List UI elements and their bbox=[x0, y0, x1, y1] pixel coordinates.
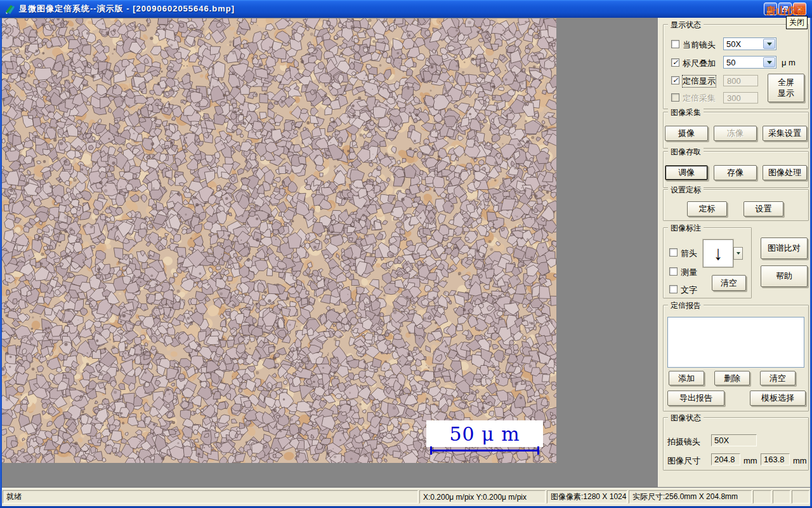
checkmark: ✓ bbox=[672, 77, 678, 84]
scale-bar-label: 50 μ m bbox=[449, 423, 520, 445]
scale-bar-line bbox=[430, 446, 539, 455]
label-height-unit: mm bbox=[793, 456, 807, 465]
template-select-button[interactable]: 模板选择 bbox=[750, 391, 806, 406]
group-storage-legend: 图像存取 bbox=[668, 147, 704, 157]
arrow-style-dropdown-button[interactable] bbox=[733, 247, 743, 260]
scale-bar-label-box: 50 μ m bbox=[426, 420, 543, 447]
report-delete-button[interactable]: 删除 bbox=[714, 371, 750, 385]
minimize-button[interactable] bbox=[764, 3, 777, 15]
checkbox-measure[interactable] bbox=[669, 267, 678, 276]
group-image-status: 图像状态 拍摄镜头 50X 图像尺寸 204.8 mm 163.8 mm bbox=[663, 417, 809, 471]
chevron-down-icon[interactable] bbox=[763, 39, 775, 49]
chevron-down-icon bbox=[737, 252, 740, 255]
label-fixed-display: 定倍显示 bbox=[683, 76, 716, 87]
load-image-button[interactable]: 调像 bbox=[665, 165, 708, 180]
minimize-icon bbox=[767, 11, 772, 13]
fullscreen-button[interactable]: 全屏 显示 bbox=[768, 74, 804, 102]
micrograph-viewport[interactable]: 50 μ m bbox=[2, 18, 556, 463]
combo-ruler-value-text: 50 bbox=[726, 58, 735, 67]
window-border-left bbox=[0, 18, 2, 508]
status-spare-2 bbox=[773, 490, 790, 504]
report-clear-button[interactable]: 清空 bbox=[760, 371, 796, 385]
calibrate-button[interactable]: 定标 bbox=[687, 201, 727, 217]
annotation-clear-button[interactable]: 清空 bbox=[712, 275, 746, 291]
control-panel: 显示状态 当前镜头 50X ✓ 标尺叠加 50 μ m ✓ 定倍显示 800 定… bbox=[658, 18, 811, 488]
label-arrow: 箭头 bbox=[681, 248, 697, 259]
field-shooting-lens: 50X bbox=[711, 434, 757, 446]
help-button[interactable]: 帮助 bbox=[761, 265, 808, 287]
label-shooting-lens: 拍摄镜头 bbox=[667, 436, 700, 448]
application-window: 显微图像定倍系统--演示版 - [20090602055646.bmp] × 唐… bbox=[0, 0, 812, 508]
arrow-down-glyph: ↓ bbox=[714, 244, 723, 264]
restore-button[interactable] bbox=[778, 3, 792, 15]
field-image-height: 163.8 bbox=[761, 453, 790, 465]
checkbox-fixed-capture bbox=[671, 93, 679, 102]
restore-icon bbox=[782, 6, 789, 12]
image-process-button[interactable]: 图像处理 bbox=[763, 165, 807, 180]
app-logo-icon bbox=[4, 3, 16, 15]
field-image-width: 204.8 bbox=[711, 453, 740, 465]
status-spare-1 bbox=[753, 490, 771, 504]
status-actual-size: 实际尺寸:256.0mm X 204.8mm bbox=[629, 490, 752, 504]
group-calibration: 设置定标 定标 设置 bbox=[663, 189, 809, 221]
chevron-down-icon[interactable] bbox=[763, 57, 775, 67]
group-display-status-legend: 显示状态 bbox=[668, 20, 704, 30]
export-report-button[interactable]: 导出报告 bbox=[667, 391, 724, 406]
group-image-status-legend: 图像状态 bbox=[668, 413, 704, 424]
label-ruler-overlay: 标尺叠加 bbox=[683, 58, 716, 69]
atlas-compare-button[interactable]: 图谱比对 bbox=[761, 237, 808, 259]
label-measure: 测量 bbox=[681, 267, 697, 278]
status-spare-3 bbox=[792, 490, 809, 504]
group-storage: 图像存取 调像 存像 图像处理 bbox=[663, 151, 809, 188]
group-display-status: 显示状态 当前镜头 50X ✓ 标尺叠加 50 μ m ✓ 定倍显示 800 定… bbox=[663, 24, 809, 109]
micrograph-image[interactable] bbox=[2, 18, 556, 463]
freeze-button: 冻像 bbox=[714, 126, 757, 141]
group-capture-legend: 图像采集 bbox=[668, 107, 704, 118]
combo-ruler-value[interactable]: 50 bbox=[723, 56, 776, 69]
label-width-unit: mm bbox=[743, 456, 757, 465]
arrow-style-preview[interactable]: ↓ bbox=[703, 239, 733, 267]
group-capture: 图像采集 摄像 冻像 采集设置 bbox=[663, 112, 809, 149]
report-add-button[interactable]: 添加 bbox=[669, 371, 704, 385]
close-button[interactable]: × bbox=[793, 3, 806, 15]
edit-fixed-capture: 300 bbox=[723, 92, 758, 104]
status-ready: 就绪 bbox=[3, 490, 418, 504]
checkmark: ✓ bbox=[672, 59, 678, 66]
fullscreen-button-line1: 全屏 bbox=[778, 77, 794, 88]
group-annotation-legend: 图像标注 bbox=[668, 223, 704, 234]
checkbox-ruler-overlay[interactable]: ✓ bbox=[671, 58, 679, 67]
report-listbox[interactable] bbox=[667, 317, 804, 368]
group-report: 定倍报告 添加 删除 清空 导出报告 模板选择 bbox=[663, 305, 809, 411]
combo-current-lens[interactable]: 50X bbox=[723, 37, 776, 50]
group-report-legend: 定倍报告 bbox=[668, 300, 704, 311]
label-fixed-capture: 定倍采集 bbox=[683, 93, 716, 104]
combo-current-lens-value: 50X bbox=[726, 39, 741, 49]
checkbox-arrow[interactable] bbox=[669, 248, 678, 257]
status-image-pixels: 图像像素:1280 X 1024 bbox=[547, 490, 627, 504]
shoot-button[interactable]: 摄像 bbox=[665, 126, 708, 141]
group-calibration-legend: 设置定标 bbox=[668, 185, 704, 196]
checkbox-fixed-display[interactable]: ✓ bbox=[671, 76, 679, 84]
label-text: 文字 bbox=[681, 284, 697, 296]
calibration-setup-button[interactable]: 设置 bbox=[743, 201, 783, 217]
edit-fixed-display: 800 bbox=[723, 75, 758, 86]
status-pixel-scale: X:0.200μ m/pix Y:0.200μ m/pix bbox=[419, 490, 546, 504]
close-tooltip: 关闭 bbox=[786, 16, 808, 29]
checkbox-current-lens[interactable] bbox=[671, 40, 679, 48]
status-bar: 就绪 X:0.200μ m/pix Y:0.200μ m/pix 图像像素:12… bbox=[2, 488, 810, 507]
title-bar[interactable]: 显微图像定倍系统--演示版 - [20090602055646.bmp] × 唐… bbox=[0, 0, 812, 18]
save-image-button[interactable]: 存像 bbox=[714, 165, 757, 180]
label-image-size: 图像尺寸 bbox=[667, 455, 700, 467]
group-annotation: 图像标注 箭头 ↓ 测量 文字 清空 bbox=[663, 227, 752, 298]
window-title: 显微图像定倍系统--演示版 - [20090602055646.bmp] bbox=[19, 3, 235, 15]
label-ruler-unit: μ m bbox=[782, 58, 796, 67]
capture-settings-button[interactable]: 采集设置 bbox=[763, 126, 807, 141]
label-current-lens: 当前镜头 bbox=[683, 39, 716, 51]
fullscreen-button-line2: 显示 bbox=[778, 88, 794, 99]
checkbox-text[interactable] bbox=[669, 285, 678, 293]
close-icon: × bbox=[797, 4, 802, 13]
